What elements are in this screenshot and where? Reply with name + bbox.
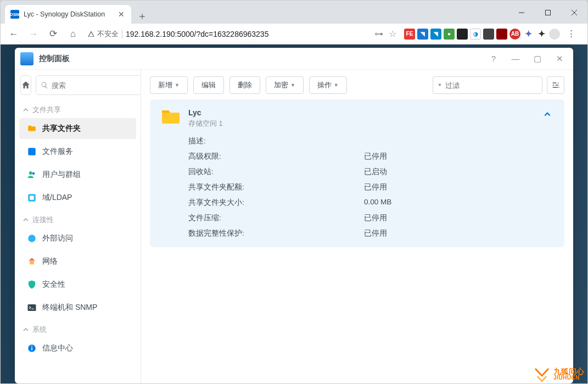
window-controls (511, 5, 585, 20)
filter-box[interactable] (433, 76, 542, 94)
collapse-button[interactable] (541, 108, 553, 122)
search-box[interactable] (36, 75, 141, 95)
globe-icon (27, 233, 37, 243)
watermark-text-cn: 九狐问心 (553, 368, 584, 375)
tab-close-button[interactable]: ✕ (117, 10, 126, 19)
url-text: 192.168.2.190:5000/?dc=1632286963235 (126, 30, 268, 38)
detail-label: 共享文件夹大小: (188, 198, 364, 208)
browser-menu-button[interactable]: ⋮ (562, 26, 580, 42)
browser-window: DSM Lyc - Synology DiskStation ✕ ＋ ← → ⟳… (0, 0, 588, 384)
folder-details: 描述: 高级权限:已停用 回收站:已启动 共享文件夹配额:已停用 共享文件夹大小… (188, 136, 553, 238)
search-icon (41, 81, 48, 89)
caret-down-icon: ▼ (290, 82, 295, 88)
chevron-up-icon (23, 107, 29, 113)
sidebar-item-shared-folder[interactable]: 共享文件夹 (19, 118, 136, 139)
page-viewport: 控制面板 ? — ▢ ✕ (1, 44, 587, 383)
forward-button[interactable]: → (25, 26, 42, 42)
reload-button[interactable]: ⟳ (44, 26, 62, 42)
filter-input[interactable] (445, 81, 537, 90)
tab-bar: DSM Lyc - Synology DiskStation ✕ ＋ (1, 1, 587, 24)
folder-panel[interactable]: Lyc 存储空间 1 描述: 高级权限:已停用 回收站:已启动 共享文件夹配额: (150, 99, 564, 247)
extension-icon[interactable]: ◥ (417, 29, 428, 40)
extension-icon[interactable] (496, 29, 507, 40)
svg-point-3 (32, 172, 35, 175)
watermark: 九狐问心 JIUHUCN (533, 366, 584, 382)
extension-icon[interactable]: ◥ (430, 29, 441, 40)
profile-avatar[interactable] (549, 29, 560, 40)
dsm-window: 控制面板 ? — ▢ ✕ (15, 48, 573, 383)
encrypt-button[interactable]: 加密▼ (266, 76, 304, 94)
dsm-close-button[interactable]: ✕ (551, 51, 568, 67)
edit-button[interactable]: 编辑 (193, 76, 224, 94)
extensions-menu-icon[interactable]: ✦ (536, 29, 547, 40)
insecure-badge[interactable]: 不安全 (87, 29, 119, 39)
search-input[interactable] (52, 81, 141, 90)
folder-volume: 存储空间 1 (188, 119, 534, 129)
extension-icon[interactable]: FE (404, 29, 415, 40)
sidebar-item-info-center[interactable]: 信息中心 (19, 338, 136, 359)
file-service-icon (27, 147, 37, 157)
extension-icon[interactable] (457, 29, 468, 40)
dsm-minimize-button[interactable]: — (507, 51, 524, 67)
svg-point-11 (31, 346, 32, 347)
watermark-text-en: JIUHUCN (553, 375, 584, 381)
detail-value (364, 136, 553, 146)
detail-label: 共享文件夹配额: (188, 182, 364, 192)
sidebar-item-domain-ldap[interactable]: 域/LDAP (19, 187, 136, 208)
close-window-button[interactable] (563, 5, 585, 20)
sidebar-item-network[interactable]: 网络 (19, 251, 136, 272)
caret-down-icon: ▼ (175, 82, 180, 88)
caret-down-icon: ▼ (334, 82, 339, 88)
url-box[interactable]: 不安全 192.168.2.190:5000/?dc=1632286963235 (84, 29, 369, 39)
sidebar-item-terminal-snmp[interactable]: 终端机和 SNMP (19, 297, 136, 318)
detail-value: 已停用 (364, 213, 553, 223)
sidebar-section-fileshare[interactable]: 文件共享 (15, 99, 141, 117)
chevron-up-icon (23, 216, 29, 223)
detail-value: 已停用 (364, 182, 553, 192)
settings-toggle-button[interactable] (547, 76, 564, 94)
shield-icon (27, 280, 37, 290)
main-panel: 新增▼ 编辑 删除 加密▼ 操作▼ (141, 70, 573, 383)
minimize-button[interactable] (511, 5, 533, 20)
folder-icon (27, 124, 37, 133)
sliders-icon (551, 81, 560, 90)
svg-rect-8 (28, 304, 36, 311)
browser-tab[interactable]: DSM Lyc - Synology DiskStation ✕ (5, 5, 131, 24)
extension-icon[interactable]: ● (444, 29, 455, 40)
users-icon (27, 170, 37, 180)
extension-icon[interactable] (483, 29, 494, 40)
watermark-logo-icon (533, 366, 551, 382)
extension-icon[interactable]: ✦ (523, 29, 534, 40)
insecure-label: 不安全 (97, 29, 119, 39)
extension-icon[interactable]: ◑ (470, 29, 481, 40)
dsm-maximize-button[interactable]: ▢ (529, 51, 546, 67)
extensions-tray: FE ◥ ◥ ● ◑ AB ✦ ✦ ⋮ (404, 26, 583, 42)
extension-icon[interactable]: AB (509, 29, 520, 40)
svg-rect-7 (30, 261, 34, 265)
action-button[interactable]: 操作▼ (309, 76, 347, 94)
sidebar-item-users-groups[interactable]: 用户与群组 (19, 164, 136, 185)
folder-header: Lyc 存储空间 1 (161, 108, 553, 129)
sidebar-home-button[interactable] (20, 75, 31, 95)
sidebar-item-security[interactable]: 安全性 (19, 274, 136, 295)
help-button[interactable]: ? (485, 51, 502, 67)
sidebar-section-system[interactable]: 系统 (15, 319, 141, 337)
new-tab-button[interactable]: ＋ (135, 8, 150, 24)
key-icon[interactable]: ⊶ (374, 29, 383, 39)
bookmark-star-icon[interactable]: ☆ (389, 29, 396, 39)
dsm-titlebar: 控制面板 ? — ▢ ✕ (15, 48, 573, 70)
sidebar-item-external-access[interactable]: 外部访问 (19, 228, 136, 249)
detail-label: 数据完整性保护: (188, 229, 364, 238)
maximize-button[interactable] (537, 5, 559, 20)
new-button[interactable]: 新增▼ (150, 76, 188, 94)
svg-rect-5 (30, 196, 34, 200)
sidebar-item-file-service[interactable]: 文件服务 (19, 141, 136, 162)
svg-rect-10 (31, 348, 32, 350)
sidebar-section-connectivity[interactable]: 连接性 (15, 209, 141, 227)
back-button[interactable]: ← (5, 26, 23, 42)
tab-title: Lyc - Synology DiskStation (24, 10, 113, 18)
home-button[interactable]: ⌂ (64, 26, 82, 42)
svg-point-6 (28, 235, 36, 242)
toolbar: 新增▼ 编辑 删除 加密▼ 操作▼ (150, 76, 564, 94)
delete-button[interactable]: 删除 (229, 76, 260, 94)
